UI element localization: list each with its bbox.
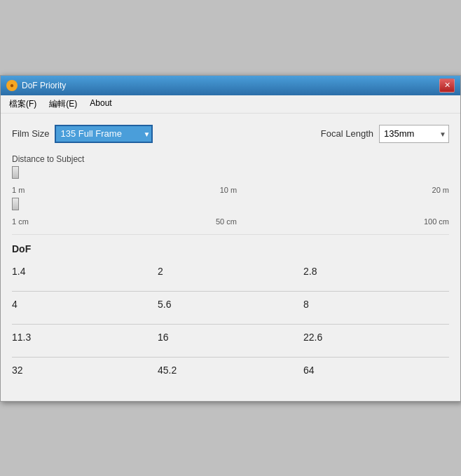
distance-slider-meters[interactable] bbox=[12, 168, 449, 182]
film-size-group: Film Size 135 Full Frame APS-C 4/3 Mediu… bbox=[12, 125, 153, 143]
dof-cell-1-0: 4 bbox=[12, 296, 158, 313]
dof-cell-3-2: 64 bbox=[303, 362, 449, 379]
focal-length-label: Focal Length bbox=[321, 128, 373, 139]
distance-slider-cm[interactable] bbox=[12, 200, 449, 214]
dof-divider-3 bbox=[12, 357, 449, 358]
film-size-select[interactable]: 135 Full Frame APS-C 4/3 Medium Format bbox=[55, 125, 153, 143]
dof-row-2: 11.3 16 22.6 bbox=[12, 329, 449, 346]
dof-section: DoF 1.4 2 2.8 4 5.6 8 11.3 16 22.6 32 45… bbox=[12, 234, 449, 379]
dof-title: DoF bbox=[12, 243, 449, 254]
scale-50cm: 50 cm bbox=[216, 217, 237, 226]
window-title: DoF Priority bbox=[22, 81, 66, 90]
close-button[interactable]: ✕ bbox=[439, 79, 455, 93]
dof-row-3: 32 45.2 64 bbox=[12, 362, 449, 379]
dof-cell-1-2: 8 bbox=[303, 296, 449, 313]
menu-file[interactable]: 檔案(F) bbox=[4, 97, 42, 111]
dof-cell-1-1: 5.6 bbox=[158, 296, 303, 313]
dof-cell-2-1: 16 bbox=[158, 329, 303, 346]
focal-length-group: Focal Length 24mm 35mm 50mm 85mm 100mm 1… bbox=[321, 125, 449, 143]
slider-meters-scale: 1 m 10 m 20 m bbox=[12, 186, 449, 194]
dof-cell-2-0: 11.3 bbox=[12, 329, 158, 346]
dof-cell-0-2: 2.8 bbox=[303, 263, 449, 280]
scale-1cm: 1 cm bbox=[12, 217, 29, 226]
dof-divider-1 bbox=[12, 291, 449, 292]
slider-cm-scale: 1 cm 50 cm 100 cm bbox=[12, 217, 449, 226]
title-bar-left: ● DoF Priority bbox=[6, 80, 66, 91]
film-size-label: Film Size bbox=[12, 128, 49, 139]
distance-slider-meters-wrapper: 1 m 10 m 20 m bbox=[12, 168, 449, 194]
distance-slider-cm-wrapper: 1 cm 50 cm 100 cm bbox=[12, 200, 449, 226]
dof-cell-0-1: 2 bbox=[158, 263, 303, 280]
scale-1m: 1 m bbox=[12, 186, 25, 194]
distance-section: Distance to Subject 1 m 10 m 20 m 1 cm 5… bbox=[12, 154, 449, 226]
main-content: Film Size 135 Full Frame APS-C 4/3 Mediu… bbox=[1, 114, 460, 401]
distance-label: Distance to Subject bbox=[12, 154, 449, 164]
menu-bar: 檔案(F) 編輯(E) About bbox=[1, 95, 460, 114]
scale-100cm: 100 cm bbox=[424, 217, 449, 226]
scale-20m: 20 m bbox=[432, 186, 449, 194]
dof-divider-2 bbox=[12, 324, 449, 325]
top-controls: Film Size 135 Full Frame APS-C 4/3 Mediu… bbox=[12, 125, 449, 143]
app-icon: ● bbox=[6, 80, 18, 91]
focal-length-dropdown-container: 24mm 35mm 50mm 85mm 100mm 135mm 200mm ▼ bbox=[379, 125, 449, 143]
dof-cell-3-1: 45.2 bbox=[158, 362, 303, 379]
dof-cell-2-2: 22.6 bbox=[303, 329, 449, 346]
menu-edit[interactable]: 編輯(E) bbox=[43, 97, 83, 111]
dof-cell-3-0: 32 bbox=[12, 362, 158, 379]
focal-length-select[interactable]: 24mm 35mm 50mm 85mm 100mm 135mm 200mm bbox=[379, 125, 449, 143]
dof-row-0: 1.4 2 2.8 bbox=[12, 263, 449, 280]
app-window: ● DoF Priority ✕ 檔案(F) 編輯(E) About Film … bbox=[0, 75, 461, 402]
film-size-dropdown-container: 135 Full Frame APS-C 4/3 Medium Format ▼ bbox=[55, 125, 153, 143]
dof-cell-0-0: 1.4 bbox=[12, 263, 158, 280]
scale-10m: 10 m bbox=[220, 186, 237, 194]
title-bar-controls: ✕ bbox=[439, 79, 455, 93]
title-bar: ● DoF Priority ✕ bbox=[1, 76, 460, 95]
dof-row-1: 4 5.6 8 bbox=[12, 296, 449, 313]
menu-about[interactable]: About bbox=[84, 97, 117, 111]
